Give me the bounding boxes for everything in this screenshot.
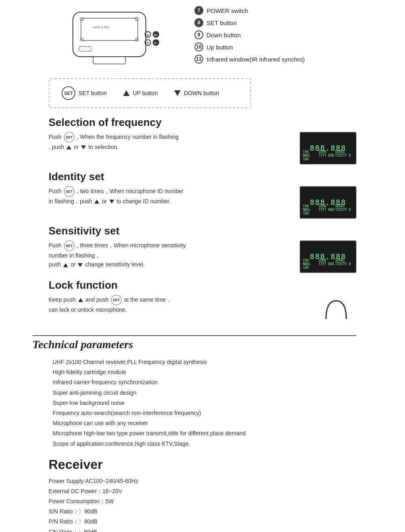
lcd-sensitivity: 888.888 CHA NNEL 100 IDEN TITY 008 SENSI… <box>300 240 356 273</box>
set-btn-icon: SET <box>62 86 75 100</box>
tech-spec-item: Microphone high-low two type power trans… <box>53 428 356 438</box>
num-badge-9: 9 <box>194 30 203 39</box>
label-text-11: Infrared window(IR infrared synchro) <box>207 56 305 63</box>
svg-rect-16 <box>79 47 91 51</box>
lock-title: Lock function <box>49 279 356 292</box>
set-icon-lock: SET <box>111 295 122 305</box>
device-image: AAA 1.5V ▼ ▲ 9 10 <box>49 4 178 70</box>
up-btn-label: UP button <box>133 90 158 96</box>
num-badge-8: 8 <box>194 18 203 27</box>
up-icon-sensitivity <box>63 263 68 267</box>
lock-text: Keep push and push SET at the same time，… <box>49 295 308 314</box>
tech-spec-item: Scope of application:conference,high cla… <box>53 439 356 449</box>
labels-list: 7 POWER switch 8 SET button 9 Down butto… <box>178 4 305 67</box>
svg-rect-15 <box>93 57 126 64</box>
up-button-item: UP button <box>123 90 158 96</box>
lcd-sensitivity-bottom: CHA NNEL 100 IDEN TITY 008 SENSI TIVITY … <box>303 259 353 270</box>
frequency-section: Selection of frequency Push SET , When t… <box>49 116 356 164</box>
label-item-11: 11 Infrared window(IR infrared synchro) <box>194 55 305 64</box>
lock-section: Lock function Keep push and push SET at … <box>49 279 356 323</box>
sensitivity-text: Push SET , three times，When microphone s… <box>49 240 292 269</box>
label-item-10: 10 Up button <box>194 43 305 51</box>
lcd-identity-bottom: CHA NNEL 100 IDEN TITY 008 SENSI TIVITY … <box>303 204 353 215</box>
tech-spec-item: Microphone can use with any receiver <box>53 418 356 428</box>
identity-title: Identity set <box>49 170 356 183</box>
top-section: AAA 1.5V ▼ ▲ 9 10 7 POWER switch <box>0 0 405 74</box>
num-badge-11: 11 <box>194 55 203 64</box>
down-triangle-icon <box>174 90 181 96</box>
svg-text:9: 9 <box>154 41 156 45</box>
set-button-item: SET SET button <box>62 86 107 100</box>
svg-rect-1 <box>81 18 138 40</box>
up-triangle-icon <box>123 90 130 96</box>
svg-rect-0 <box>73 12 146 57</box>
num-badge-10: 10 <box>194 43 203 51</box>
receiver-spec-item: Power Consumption：5W <box>49 496 356 506</box>
receiver-specs: Power Supply:AC100~240/45-60HzExternal D… <box>49 476 356 532</box>
sensitivity-row: Push SET , three times，When microphone s… <box>49 240 356 273</box>
lock-image <box>316 295 356 323</box>
num-badge-7: 7 <box>194 6 203 15</box>
lcd-freq: 888.888 CHA NNEL 100 IDEN TITY 008 SENSI… <box>300 132 356 164</box>
receiver-spec-item: S/N Ratio：〉90dB <box>49 506 356 517</box>
label-item-9: 9 Down button <box>194 30 305 39</box>
lcd-identity: 888.888 CHA NNEL 100 IDEN TITY 008 SENSI… <box>300 186 356 219</box>
set-icon-sensitivity: SET <box>64 240 75 251</box>
identity-section: Identity set Push SET , two times，When m… <box>49 170 356 219</box>
frequency-row: Push SET , When the frequency number in … <box>49 132 356 164</box>
tech-spec-item: Frequency auto-search(search non-interfe… <box>53 408 356 418</box>
set-icon-freq: SET <box>64 132 75 143</box>
svg-text:▲: ▲ <box>146 33 149 37</box>
down-icon-sensitivity <box>78 263 83 267</box>
receiver-spec-item: F/N Ratio：〉80dB <box>49 527 356 532</box>
frequency-title: Selection of frequency <box>49 116 356 129</box>
label-text-7: POWER switch <box>207 7 248 14</box>
tech-specs-list: UHF 2x100 Channel reveiver,PLL Frequency… <box>32 357 356 449</box>
receiver-title: Receiver <box>49 457 356 472</box>
receiver-section: Receiver Power Supply:AC100~240/45-60HzE… <box>49 457 356 532</box>
receiver-spec-item: Power Supply:AC100~240/45-60Hz <box>49 476 356 486</box>
tech-spec-item: High-fidelity cartridge module <box>53 367 356 377</box>
button-diagram: SET SET button UP button DOWN button <box>49 78 251 108</box>
down-icon-freq <box>81 145 86 149</box>
up-icon-identity <box>94 200 99 204</box>
label-text-9: Down button <box>207 32 241 38</box>
sensitivity-title: Sensitivity set <box>49 225 356 237</box>
identity-text: Push SET , two times，When microphone ID … <box>49 186 292 206</box>
lcd-freq-bottom: CHA NNEL 100 IDEN TITY 008 SENSI TIVITY … <box>303 150 353 161</box>
tech-params-section: Technical parameters UHF 2x100 Channel r… <box>32 335 356 449</box>
receiver-spec-item: External DC Power：16~20V <box>49 486 356 496</box>
label-text-8: SET button <box>207 19 237 26</box>
lock-row: Keep push and push SET at the same time，… <box>49 295 356 323</box>
svg-text:10: 10 <box>153 33 157 37</box>
tech-spec-item: Super anti-jamming circuit design <box>53 388 356 398</box>
frequency-text: Push SET , When the frequency number in … <box>49 132 292 151</box>
tech-params-title: Technical parameters <box>32 338 356 351</box>
svg-text:AAA 1.5V: AAA 1.5V <box>93 25 109 29</box>
tech-spec-item: UHF 2x100 Channel reveiver,PLL Frequency… <box>53 357 356 367</box>
device-svg: AAA 1.5V ▼ ▲ 9 10 <box>49 4 170 69</box>
down-btn-label: DOWN button <box>184 90 219 96</box>
tech-spec-item: Super-low background noise <box>53 398 356 408</box>
label-item-7: 7 POWER switch <box>194 6 305 15</box>
receiver-spec-item: P/N Ratio：〉80dB <box>49 517 356 527</box>
lock-arc-svg <box>320 297 352 321</box>
up-icon-freq <box>66 145 71 149</box>
svg-text:▼: ▼ <box>146 41 149 45</box>
up-icon-lock <box>78 298 83 302</box>
label-text-10: Up button <box>207 44 233 51</box>
label-item-8: 8 SET button <box>194 18 305 27</box>
identity-row: Push SET , two times，When microphone ID … <box>49 186 356 219</box>
sensitivity-section: Sensitivity set Push SET , three times，W… <box>49 225 356 273</box>
down-button-item: DOWN button <box>174 90 219 96</box>
set-icon-identity: SET <box>64 186 75 197</box>
set-btn-label: SET button <box>79 90 107 96</box>
tech-spec-item: Infrared carrier-frequency synchronizati… <box>53 377 356 387</box>
down-icon-identity <box>109 200 114 204</box>
